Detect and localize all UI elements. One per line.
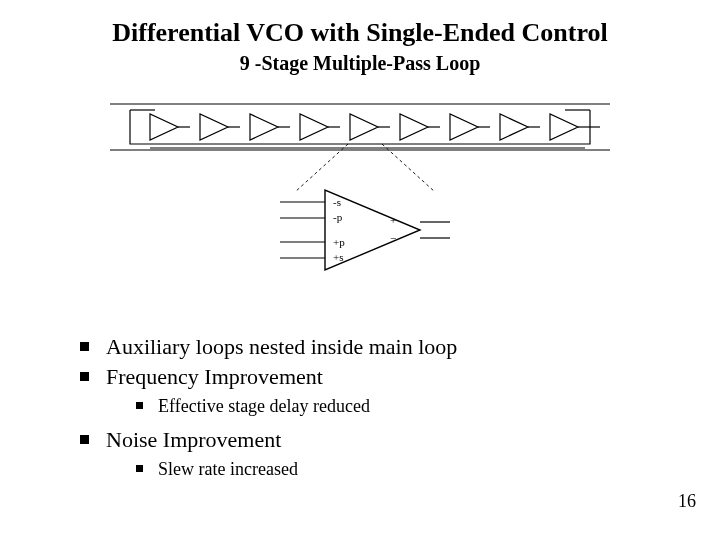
svg-marker-6: [250, 114, 278, 140]
delay-stages: [150, 114, 600, 140]
sub-bullet-item: Slew rate increased: [136, 459, 680, 480]
sub-bullet-item: Effective stage delay reduced: [136, 396, 680, 417]
svg-marker-2: [150, 114, 178, 140]
slide-subtitle: 9 -Stage Multiple-Pass Loop: [0, 52, 720, 75]
sub-bullet-text: Effective stage delay reduced: [158, 396, 370, 416]
label-neg-s: -s: [333, 196, 341, 208]
label-out-minus: −: [390, 232, 396, 244]
svg-marker-12: [400, 114, 428, 140]
page-number: 16: [678, 491, 696, 512]
bullet-list: Auxiliary loops nested inside main loop …: [80, 330, 680, 490]
svg-marker-8: [300, 114, 328, 140]
sub-bullet-text: Slew rate increased: [158, 459, 298, 479]
bullet-item: Auxiliary loops nested inside main loop: [80, 334, 680, 360]
label-neg-p: -p: [333, 211, 343, 223]
label-out-plus: +: [390, 214, 396, 226]
zoom-guides: [295, 144, 435, 192]
svg-marker-4: [200, 114, 228, 140]
bullet-text: Frequency Improvement: [106, 364, 323, 389]
bullet-text: Noise Improvement: [106, 427, 281, 452]
svg-marker-14: [450, 114, 478, 140]
label-pos-p: +p: [333, 236, 345, 248]
bullet-item: Noise Improvement Slew rate increased: [80, 427, 680, 480]
label-pos-s: +s: [333, 251, 343, 263]
delay-cell-detail: -s -p +p +s + −: [280, 190, 450, 270]
bullet-text: Auxiliary loops nested inside main loop: [106, 334, 457, 359]
svg-marker-10: [350, 114, 378, 140]
svg-marker-16: [500, 114, 528, 140]
svg-marker-18: [550, 114, 578, 140]
bullet-item: Frequency Improvement Effective stage de…: [80, 364, 680, 417]
ring-oscillator-figure: -s -p +p +s + −: [90, 90, 630, 290]
svg-line-22: [382, 144, 435, 192]
slide-title: Differential VCO with Single-Ended Contr…: [0, 18, 720, 48]
svg-line-21: [295, 144, 348, 192]
